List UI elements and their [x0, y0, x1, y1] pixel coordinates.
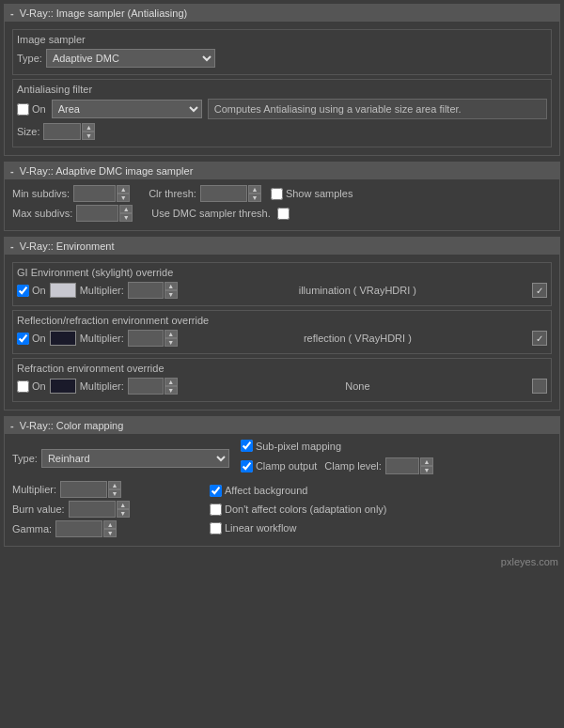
- burn-spinner: 0.75 ▲ ▼: [69, 501, 130, 518]
- image-sampler-title: V-Ray:: Image sampler (Antialiasing): [20, 8, 188, 19]
- max-subdivs-spinner: 72 ▲ ▼: [76, 205, 133, 222]
- clamp-level-input[interactable]: 1.0: [385, 457, 419, 474]
- adaptive-dmc-header: - V-Ray:: Adaptive DMC image sampler: [5, 163, 559, 179]
- refr-mult-down[interactable]: ▼: [164, 386, 178, 395]
- max-subdivs-up[interactable]: ▲: [119, 205, 133, 213]
- footer: pxleyes.com: [0, 552, 564, 571]
- clr-thresh-input[interactable]: 0.003: [200, 185, 247, 202]
- cm-collapse-icon[interactable]: -: [10, 420, 14, 431]
- refr-on-checkbox[interactable]: [17, 380, 29, 393]
- use-dmc-label: Use DMC sampler thresh.: [151, 208, 271, 219]
- use-dmc-checkbox[interactable]: [277, 208, 290, 220]
- min-subdivs-up[interactable]: ▲: [117, 185, 130, 194]
- gamma-down[interactable]: ▼: [103, 529, 117, 537]
- refr-section: Refraction environment override On Multi…: [12, 358, 552, 402]
- multiplier-down[interactable]: ▼: [108, 489, 121, 498]
- affect-bg-row: Affect background: [210, 485, 391, 497]
- multiplier-input[interactable]: 1.0: [60, 481, 107, 498]
- size-up-btn[interactable]: ▲: [82, 123, 95, 132]
- burn-input[interactable]: 0.75: [69, 501, 116, 518]
- burn-down[interactable]: ▼: [117, 509, 130, 518]
- size-down-btn[interactable]: ▼: [82, 132, 95, 140]
- max-subdivs-down[interactable]: ▼: [119, 213, 133, 222]
- clr-thresh-spinner: 0.003 ▲ ▼: [200, 185, 261, 202]
- gi-multiplier-input[interactable]: 2.0: [128, 282, 164, 299]
- multiplier-up[interactable]: ▲: [108, 481, 121, 489]
- burn-row: Burn value: 0.75 ▲ ▼: [12, 501, 200, 518]
- refl-color-swatch[interactable]: [50, 331, 76, 346]
- refr-mult-up[interactable]: ▲: [164, 378, 178, 386]
- dont-affect-checkbox[interactable]: [210, 503, 222, 516]
- size-input[interactable]: 1.5: [43, 123, 81, 140]
- gamma-up[interactable]: ▲: [103, 520, 117, 529]
- multiplier-spinner: 1.0 ▲ ▼: [60, 481, 121, 498]
- max-subdivs-input[interactable]: 72: [76, 205, 118, 222]
- clamp-output-checkbox[interactable]: [241, 460, 253, 472]
- clamp-level-up[interactable]: ▲: [420, 457, 433, 466]
- refl-mult-down[interactable]: ▼: [164, 338, 178, 347]
- gi-mult-down[interactable]: ▼: [164, 290, 178, 299]
- sub-pixel-row: Sub-pixel mapping: [241, 440, 433, 452]
- clr-thresh-down[interactable]: ▼: [248, 194, 261, 202]
- refl-multiplier-input[interactable]: 1.3: [128, 330, 164, 347]
- multiplier-label: Multiplier:: [12, 484, 56, 495]
- gi-row: On Multiplier: 2.0 ▲ ▼ illumination ( VR…: [17, 282, 547, 299]
- clamp-level-spinner: 1.0 ▲ ▼: [385, 457, 433, 474]
- gi-map-checkbox[interactable]: [532, 283, 547, 298]
- gamma-spinner: 2.2 ▲ ▼: [55, 520, 117, 537]
- size-row: Size: 1.5 ▲ ▼: [17, 123, 547, 140]
- environment-header: - V-Ray:: Environment: [5, 238, 559, 255]
- aa-filter-select[interactable]: Area Box Catmull-Rom Cook variable: [52, 100, 202, 118]
- linear-wf-checkbox[interactable]: [210, 522, 222, 534]
- min-subdivs-buttons: ▲ ▼: [117, 185, 130, 202]
- gamma-input[interactable]: 2.2: [55, 520, 102, 537]
- gi-on-checkbox[interactable]: [17, 285, 29, 297]
- show-samples-checkbox[interactable]: [271, 188, 283, 200]
- refl-on-checkbox[interactable]: [17, 333, 29, 345]
- collapse-icon[interactable]: -: [10, 8, 14, 19]
- refl-mult-up[interactable]: ▲: [164, 330, 178, 338]
- refr-on-label: On: [32, 380, 46, 392]
- aa-info-box: Computes Antialiasing using a variable s…: [208, 99, 547, 119]
- min-subdivs-down[interactable]: ▼: [117, 194, 130, 202]
- refr-multiplier-input[interactable]: 1.0: [128, 378, 164, 395]
- cm-main-content: Multiplier: 1.0 ▲ ▼ Burn value: 0.75: [12, 481, 552, 540]
- affect-bg-label: Affect background: [225, 485, 307, 496]
- refl-multiplier-label: Multiplier:: [80, 333, 124, 344]
- min-subdivs-input[interactable]: 1: [73, 185, 116, 202]
- refl-map-label: reflection ( VRayHDRI ): [185, 333, 530, 344]
- refl-on-label: On: [32, 333, 46, 344]
- multiplier-buttons: ▲ ▼: [108, 481, 121, 498]
- affect-bg-checkbox[interactable]: [210, 485, 222, 497]
- gi-map-label: illumination ( VRayHDRI ): [185, 285, 530, 296]
- cm-type-select[interactable]: Reinhard Linear multiply Exponential HSV…: [41, 449, 229, 468]
- sub-pixel-checkbox[interactable]: [241, 440, 253, 452]
- sub-pixel-label: Sub-pixel mapping: [256, 441, 341, 452]
- clamp-level-down[interactable]: ▼: [420, 466, 433, 474]
- gi-color-swatch[interactable]: [50, 283, 76, 298]
- type-select[interactable]: Adaptive DMC Fixed rate Adaptive subdivi…: [46, 49, 215, 68]
- gi-on-label: On: [32, 285, 46, 296]
- burn-label: Burn value:: [12, 503, 65, 515]
- refr-map-checkbox[interactable]: [532, 379, 547, 394]
- multiplier-row: Multiplier: 1.0 ▲ ▼: [12, 481, 200, 498]
- refr-color-swatch[interactable]: [50, 379, 76, 394]
- dmc-collapse-icon[interactable]: -: [10, 165, 14, 177]
- adaptive-dmc-panel: - V-Ray:: Adaptive DMC image sampler Min…: [4, 162, 560, 231]
- gi-mult-up[interactable]: ▲: [164, 282, 178, 290]
- refl-map-checkbox[interactable]: [532, 331, 547, 346]
- clr-thresh-buttons: ▲ ▼: [248, 185, 261, 202]
- env-collapse-icon[interactable]: -: [10, 240, 14, 252]
- clr-thresh-up[interactable]: ▲: [248, 185, 261, 194]
- gi-multiplier-label: Multiplier:: [80, 285, 124, 296]
- burn-up[interactable]: ▲: [117, 501, 130, 509]
- size-label: Size:: [17, 126, 39, 137]
- image-sampler-panel: - V-Ray:: Image sampler (Antialiasing) I…: [4, 4, 560, 156]
- refl-multiplier-buttons: ▲ ▼: [164, 330, 178, 347]
- clamp-level-buttons: ▲ ▼: [420, 457, 433, 474]
- gi-section: GI Environment (skylight) override On Mu…: [12, 262, 552, 306]
- gi-multiplier-spinner: 2.0 ▲ ▼: [128, 282, 178, 299]
- aa-on-checkbox[interactable]: [17, 103, 29, 116]
- refr-row: On Multiplier: 1.0 ▲ ▼ None: [17, 378, 547, 395]
- clamp-level-label: Clamp level:: [324, 460, 382, 472]
